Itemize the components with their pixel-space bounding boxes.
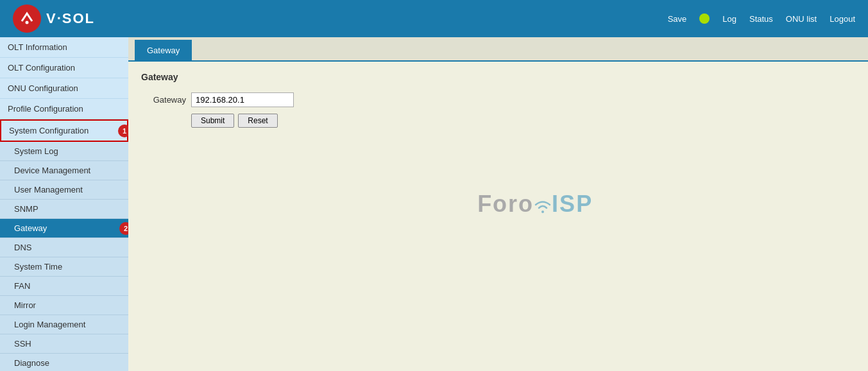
tab-gateway[interactable]: Gateway — [135, 40, 192, 60]
logo-icon — [13, 4, 41, 33]
status-button[interactable]: Status — [749, 14, 773, 24]
sidebar-subitem-dns[interactable]: DNS — [0, 238, 128, 257]
sidebar-subitem-fan[interactable]: FAN — [0, 277, 128, 296]
sidebar-item-olt-config[interactable]: OLT Configuration — [0, 58, 128, 78]
logout-button[interactable]: Logout — [830, 14, 855, 24]
badge-2: 2 — [119, 222, 128, 235]
sidebar: OLT Information OLT Configuration ONU Co… — [0, 37, 128, 371]
gateway-input[interactable] — [191, 92, 294, 107]
sidebar-subitem-system-time[interactable]: System Time — [0, 257, 128, 277]
status-indicator — [699, 13, 710, 24]
header: V·SOL Save Log Status ONU list Logout — [0, 0, 868, 37]
page-title: Gateway — [141, 72, 855, 82]
tab-bar: Gateway — [128, 37, 868, 62]
sidebar-item-olt-info[interactable]: OLT Information — [0, 37, 128, 58]
logo-text: V·SOL — [46, 10, 95, 27]
badge-1: 1 — [118, 125, 128, 137]
sidebar-subitem-user-mgmt[interactable]: User Management — [0, 180, 128, 200]
sidebar-subitem-device-mgmt[interactable]: Device Management — [0, 161, 128, 180]
submit-button[interactable]: Submit — [191, 114, 234, 128]
sidebar-subitem-mirror[interactable]: Mirror — [0, 296, 128, 315]
layout: OLT Information OLT Configuration ONU Co… — [0, 37, 868, 371]
watermark: ForoISP — [477, 191, 593, 218]
reset-button[interactable]: Reset — [238, 114, 277, 128]
watermark-isp: ISP — [552, 191, 593, 217]
main-content: Gateway Gateway Gateway Submit Reset For… — [128, 37, 868, 371]
onu-list-button[interactable]: ONU list — [786, 14, 817, 24]
sidebar-subitem-ssh[interactable]: SSH — [0, 334, 128, 354]
save-button[interactable]: Save — [668, 14, 687, 24]
svg-point-1 — [26, 21, 29, 24]
log-button[interactable]: Log — [722, 14, 736, 24]
sidebar-subitem-diagnose[interactable]: Diagnose — [0, 354, 128, 371]
sidebar-item-onu-config[interactable]: ONU Configuration — [0, 78, 128, 99]
gateway-label: Gateway — [141, 95, 186, 105]
header-right: Save Log Status ONU list Logout — [668, 13, 855, 24]
content-area: Gateway Gateway Submit Reset — [128, 62, 868, 138]
gateway-form-row: Gateway — [141, 92, 855, 107]
watermark-foro: Foro — [477, 191, 534, 217]
sidebar-subitem-login-mgmt[interactable]: Login Management — [0, 315, 128, 334]
sidebar-item-profile-config[interactable]: Profile Configuration — [0, 99, 128, 119]
logo-area: V·SOL — [13, 4, 141, 33]
sidebar-item-system-config[interactable]: System Configuration 1 — [0, 119, 128, 142]
sidebar-subitem-system-log[interactable]: System Log — [0, 142, 128, 161]
sidebar-subitem-snmp[interactable]: SNMP — [0, 200, 128, 219]
sidebar-subitem-gateway[interactable]: Gateway 2 — [0, 219, 128, 238]
form-buttons: Submit Reset — [191, 114, 855, 128]
